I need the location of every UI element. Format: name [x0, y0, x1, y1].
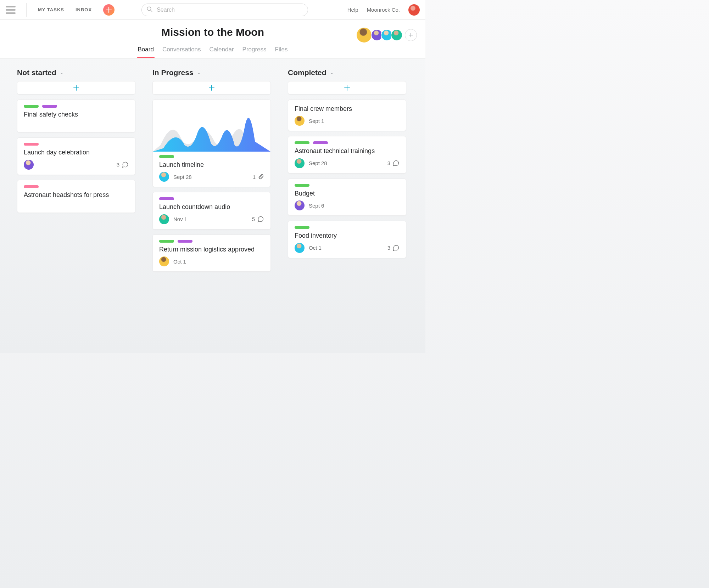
member-avatar[interactable]	[391, 29, 403, 41]
task-date: Oct 1	[173, 259, 186, 265]
hamburger-menu-icon[interactable]	[6, 6, 16, 14]
comment-icon	[122, 161, 129, 168]
current-user-avatar[interactable]	[408, 4, 420, 16]
project-header: Mission to the Moon Board Conversations …	[0, 20, 425, 58]
help-link[interactable]: Help	[347, 7, 358, 13]
plus-icon	[408, 33, 413, 38]
task-cover-chart	[153, 95, 270, 152]
assignee-avatar	[295, 243, 305, 253]
member-avatar[interactable]	[356, 27, 372, 43]
assignee-avatar	[159, 256, 169, 266]
task-card[interactable]: Launch day celebration 3	[17, 137, 135, 175]
tag	[159, 240, 174, 243]
task-card[interactable]: Budget Sept 6	[288, 179, 406, 216]
plus-icon	[209, 85, 214, 91]
task-title: Budget	[295, 190, 400, 198]
tab-files[interactable]: Files	[274, 43, 289, 58]
org-name[interactable]: Moonrock Co.	[367, 7, 400, 13]
task-card[interactable]: Food inventory Oct 1 3	[288, 221, 406, 258]
tag	[178, 240, 192, 243]
task-title: Return mission logistics approved	[159, 245, 264, 254]
task-title: Astronaut headshots for press	[24, 191, 129, 199]
plus-icon	[73, 85, 79, 91]
tab-conversations[interactable]: Conversations	[162, 43, 202, 58]
task-card[interactable]: Launch countdown audio Nov 1 5	[152, 192, 271, 229]
comment-count: 3	[387, 160, 390, 166]
task-date: Sept 1	[309, 118, 324, 124]
column-header[interactable]: Completed ⌄	[288, 68, 406, 77]
svg-line-1	[151, 10, 152, 11]
column-header[interactable]: Not started ⌄	[17, 68, 135, 77]
nav-inbox[interactable]: INBOX	[73, 7, 95, 12]
column-title: In Progress	[152, 68, 194, 77]
task-card[interactable]: Launch timeline Sept 28 1	[152, 100, 271, 187]
nav-divider	[26, 3, 27, 17]
task-date: Sept 6	[309, 203, 324, 209]
column-title: Not started	[17, 68, 56, 77]
task-title: Final safety checks	[24, 111, 129, 119]
tag	[24, 143, 39, 146]
task-card[interactable]: Final crew members Sept 1	[288, 100, 406, 131]
global-add-button[interactable]	[103, 4, 115, 16]
column-completed: Completed ⌄ Final crew members Sept 1 As…	[288, 68, 406, 277]
add-card-button[interactable]	[17, 81, 135, 95]
search-wrap	[141, 4, 308, 16]
comment-count: 3	[387, 245, 390, 251]
task-date: Sept 28	[309, 160, 327, 166]
chevron-down-icon: ⌄	[330, 70, 334, 75]
task-title: Food inventory	[295, 232, 400, 240]
assignee-avatar	[159, 214, 169, 224]
comment-count: 3	[117, 162, 119, 168]
task-date: Sept 28	[173, 174, 192, 180]
task-card[interactable]: Return mission logistics approved Oct 1	[152, 234, 271, 272]
search-input[interactable]	[141, 4, 308, 16]
tag	[295, 141, 309, 144]
chevron-down-icon: ⌄	[197, 70, 201, 75]
tag	[42, 105, 57, 108]
project-tabs: Board Conversations Calendar Progress Fi…	[0, 43, 425, 58]
assignee-avatar	[295, 200, 305, 210]
assignee-avatar	[295, 116, 305, 126]
comment-icon	[392, 244, 400, 251]
tag	[24, 185, 39, 188]
task-card[interactable]: Final safety checks	[17, 100, 135, 132]
comment-icon	[392, 160, 400, 167]
top-nav: MY TASKS INBOX Help Moonrock Co.	[0, 0, 425, 20]
tag	[159, 155, 174, 158]
tag	[24, 105, 39, 108]
assignee-avatar	[24, 160, 34, 170]
assignee-avatar	[295, 158, 305, 168]
chevron-down-icon: ⌄	[60, 70, 63, 75]
tab-calendar[interactable]: Calendar	[209, 43, 235, 58]
task-date: Nov 1	[173, 216, 187, 222]
task-title: Final crew members	[295, 105, 400, 113]
comment-icon	[257, 216, 264, 223]
search-icon	[146, 6, 153, 14]
column-in-progress: In Progress ⌄ Launch timeline	[152, 68, 271, 277]
tag	[295, 184, 309, 187]
task-card[interactable]: Astronaut headshots for press	[17, 180, 135, 213]
assignee-avatar	[159, 172, 169, 182]
task-title: Launch day celebration	[24, 148, 129, 157]
attachment-count: 1	[253, 174, 256, 180]
add-card-button[interactable]	[152, 81, 271, 95]
attachment-icon	[258, 174, 264, 180]
task-title: Launch timeline	[159, 161, 264, 169]
tag	[295, 226, 309, 229]
plus-icon	[106, 7, 112, 13]
task-card[interactable]: Astronaut technical trainings Sept 28 3	[288, 136, 406, 173]
nav-my-tasks[interactable]: MY TASKS	[35, 7, 67, 12]
plus-icon	[344, 85, 350, 91]
task-date: Oct 1	[309, 245, 322, 251]
comment-count: 5	[252, 216, 255, 222]
board: Not started ⌄ Final safety checks Launch…	[0, 58, 425, 287]
tab-progress[interactable]: Progress	[242, 43, 267, 58]
tab-board[interactable]: Board	[137, 43, 155, 58]
add-member-button[interactable]	[405, 29, 417, 41]
add-card-button[interactable]	[288, 81, 406, 95]
column-header[interactable]: In Progress ⌄	[152, 68, 271, 77]
project-members	[356, 27, 417, 43]
column-not-started: Not started ⌄ Final safety checks Launch…	[17, 68, 135, 277]
column-title: Completed	[288, 68, 326, 77]
task-title: Astronaut technical trainings	[295, 147, 400, 155]
